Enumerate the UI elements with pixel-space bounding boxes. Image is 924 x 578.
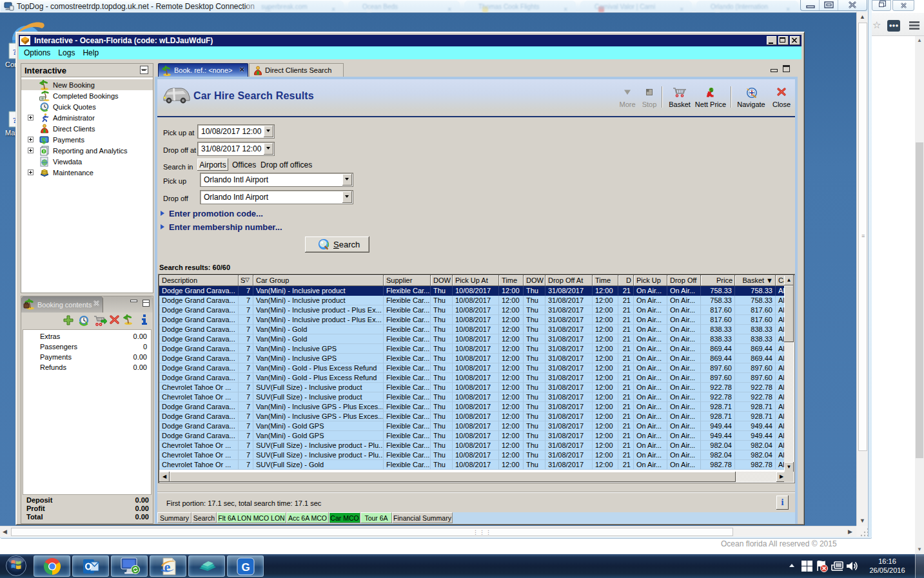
column-header-time[interactable]: Time [593,275,618,286]
app-titlebar[interactable]: Interactive - Ocean-Florida (code: wLDJa… [19,35,801,46]
tabstrip-minimize-icon[interactable] [771,69,778,72]
booking-delete-icon[interactable] [109,314,121,326]
dropoff-at-dropdown-icon[interactable] [264,143,273,155]
result-row[interactable]: Dodge Grand Carava...7Van(Mini) - Inclus… [159,402,785,412]
result-row[interactable]: Chevrolet Tahoe Or ...7SUV(Full Size) - … [159,450,785,460]
dropoff-field[interactable]: Orlando Intl Airport [200,190,353,204]
network-icon[interactable] [831,561,843,572]
rdp-scroll-right-icon[interactable]: ▶ [848,528,852,535]
app-maximize-button[interactable] [778,36,789,45]
booking-add-icon[interactable] [63,314,74,326]
expand-icon[interactable] [28,148,34,153]
column-header-d[interactable]: D [618,275,634,286]
volume-icon[interactable] [845,560,858,572]
nav-item-quick-quotes[interactable]: Quick Quotes [21,101,153,112]
rdp-hscrollbar[interactable]: ◀ ⋮⋮⋮ ▶ [0,526,856,537]
result-row[interactable]: Dodge Grand Carava...7Van(Mini) - Inclus… [159,305,785,315]
column-header-supplier[interactable]: Supplier [384,275,431,286]
start-button[interactable] [2,554,30,578]
collapse-panel-icon[interactable] [140,66,148,74]
nav-item-new-booking[interactable]: New Booking [21,79,153,90]
taskbar-app-chrome[interactable] [34,555,70,577]
dropoff-at-field[interactable]: 31/08/2017 12:00 [197,142,275,156]
taskbar-app-g-app[interactable]: G [227,555,264,577]
column-header-dow[interactable]: DOW [524,275,546,286]
result-row[interactable]: Dodge Grand Carava...7Van(Mini) - Gold G… [159,421,785,431]
windows-update-icon[interactable] [801,561,812,572]
result-row[interactable]: Dodge Grand Carava...7Van(Mini) - Inclus… [159,296,785,305]
booking-tab-car-mco[interactable]: Car MCO [329,512,360,523]
booking-palm-icon[interactable] [123,314,135,326]
rdp-scroll-down-icon[interactable]: ▼ [860,517,865,524]
search-in-dropoff-offices[interactable]: Drop off offices [260,160,312,169]
filter-icon[interactable]: ▽ [245,276,250,283]
document-tab-booking[interactable]: Book. ref.: <none>× [158,63,248,77]
booking-panel-close-icon[interactable] [93,300,100,307]
result-row[interactable]: Chevrolet Tahoe Or ...7SUV(Full Size) - … [159,383,785,392]
nav-item-direct-clients[interactable]: Direct Clients [21,123,153,134]
membership-expander[interactable]: Enter membership number... [169,222,282,232]
info-button[interactable]: i [776,496,789,510]
browser-scrollbar-thumb[interactable] [916,142,923,458]
toolbar-basket-button[interactable]: Basket [667,87,693,99]
result-row[interactable]: Dodge Grand Carava...7Van(Mini) - Inclus… [159,354,785,363]
pickup-field[interactable]: Orlando Intl Airport [200,173,353,187]
booking-cart-icon[interactable] [93,314,105,326]
menu-options[interactable]: Options [24,48,50,57]
app-minimize-button[interactable] [767,36,777,45]
column-header-dow[interactable]: DOW [431,275,453,286]
menu-help[interactable]: Help [83,48,99,57]
grid-scroll-up[interactable]: ▲ [784,275,794,285]
dropoff-dropdown-icon[interactable] [342,191,352,203]
toolbar-close-button[interactable]: Close [771,87,792,98]
nav-item-reporting-and-analytics[interactable]: Reporting and Analytics [21,145,153,156]
document-tab-direct-clients-search[interactable]: Direct Clients Search [249,63,344,77]
expand-icon[interactable] [28,115,34,120]
column-header-car-group[interactable]: Car Group [253,275,384,286]
pickup-at-field[interactable]: 10/08/2017 12:00 [197,124,275,139]
nav-item-viewdata[interactable]: Viewdata [21,156,153,167]
taskbar-app-outlook[interactable] [72,555,109,577]
column-header-basket[interactable]: Basket ▼ [735,275,776,286]
taskbar-app-remote-desktop[interactable] [111,555,148,577]
rdp-maximize-button[interactable] [820,0,838,10]
rdp-scroll-up-icon[interactable]: ▲ [860,14,865,20]
booking-maximize-icon[interactable] [143,300,150,307]
taskbar-clock[interactable]: 16:16 26/05/2016 [862,557,912,575]
result-row[interactable]: Dodge Grand Carava...7Van(Mini) - Gold G… [159,431,785,441]
nav-item-maintenance[interactable]: Maintenance [21,167,153,178]
booking-tab-search[interactable]: Search [192,512,217,523]
toolbar-more-button[interactable]: More [616,87,638,99]
search-in-airports[interactable]: Airports [197,159,228,171]
grid-vscrollbar[interactable]: ▲ ▼ [784,275,794,472]
column-header-time[interactable]: Time [499,275,524,286]
grid-hthumb[interactable] [170,472,736,482]
pickup-at-dropdown-icon[interactable] [264,126,273,137]
tabstrip-maximize-icon[interactable] [783,65,790,72]
column-header-price[interactable]: Price [701,275,735,286]
expand-icon[interactable] [28,137,34,142]
rdp-hscroll-thumb[interactable]: ⋮⋮⋮ [11,528,733,536]
booking-tab-financial-summary[interactable]: Financial Summary [392,512,453,523]
result-row[interactable]: Dodge Grand Carava...7Van(Mini) - Inclus… [159,315,785,325]
column-header-drop-off-at[interactable]: Drop Off At [546,275,593,286]
column-header-pick-up-at[interactable]: Pick Up At [453,275,499,286]
action-center-icon[interactable] [816,560,829,572]
toolbar-nett-price-button[interactable]: $Nett Price [694,87,727,99]
result-row[interactable]: Dodge Grand Carava...7Van(Mini) - GoldFl… [159,325,785,334]
result-row[interactable]: Dodge Grand Carava...7Van(Mini) - GoldFl… [159,334,785,344]
app-close-button[interactable] [790,36,800,45]
grid-scroll-down[interactable]: ▼ [784,462,794,472]
column-header-pick-up[interactable]: Pick Up [634,275,667,286]
result-row[interactable]: Dodge Grand Carava...7Van(Mini) - Gold -… [159,373,785,383]
taskbar-app-teal-app[interactable] [188,555,225,577]
promo-code-expander[interactable]: Enter promotion code... [169,209,263,218]
scroll-up-icon[interactable]: ▲ [915,36,924,45]
search-in-offices[interactable]: Offices [232,160,256,169]
booking-refresh-icon[interactable] [78,314,90,326]
pickup-dropdown-icon[interactable] [342,174,352,186]
tab-close-icon[interactable]: × [239,64,244,74]
booking-tab-tour-6a[interactable]: Tour 6A [360,512,392,523]
nav-item-completed-bookings[interactable]: Completed Bookings [21,90,153,101]
rdp-close-button[interactable] [838,0,867,10]
